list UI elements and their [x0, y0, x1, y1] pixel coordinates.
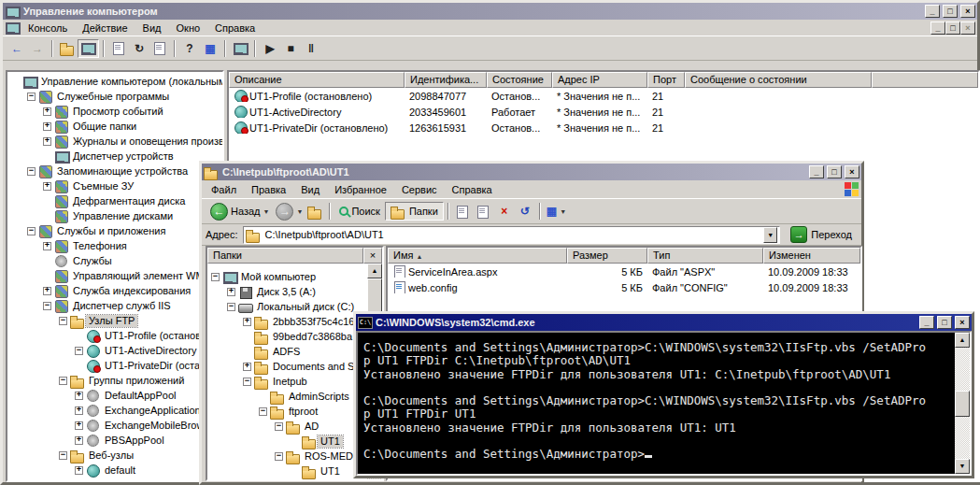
console-tree-item[interactable]: +Служба индексирования: [7, 283, 222, 298]
file-column-header[interactable]: Тип: [647, 248, 763, 264]
minus-expander-icon[interactable]: −: [75, 347, 83, 355]
console-tree-item[interactable]: +Просмотр событий: [7, 104, 222, 119]
explorer-tree-item[interactable]: −Мой компьютер: [207, 269, 382, 284]
console-tree-item[interactable]: +PBSAppPool: [7, 433, 222, 448]
menu-item[interactable]: Правка: [244, 183, 293, 196]
minus-expander-icon[interactable]: −: [43, 302, 51, 310]
properties-button[interactable]: [108, 39, 129, 58]
menu-item[interactable]: Сервис: [394, 183, 445, 196]
column-header[interactable]: Описание: [229, 72, 405, 88]
menu-item[interactable]: Справка: [445, 183, 500, 196]
console-tree-item[interactable]: Управление компьютером (локальным): [7, 74, 222, 89]
back-dropdown-icon[interactable]: ▼: [263, 208, 270, 215]
menu-item[interactable]: Вид: [135, 21, 169, 35]
plus-expander-icon[interactable]: +: [243, 363, 251, 371]
file-row[interactable]: ServiceInArea.aspx5 КБФайл "ASPX"10.09.2…: [388, 264, 860, 279]
console-tree-item[interactable]: +Телефония: [7, 238, 222, 253]
start-button[interactable]: ▶: [260, 39, 280, 58]
plus-expander-icon[interactable]: +: [43, 137, 51, 146]
stop-button[interactable]: ■: [280, 39, 301, 58]
cmd-title-bar[interactable]: C:\ C:\WINDOWS\system32\cmd.exe _ □ ×: [356, 314, 972, 331]
explorer-close-button[interactable]: ×: [845, 165, 859, 178]
menu-item[interactable]: Справка: [207, 21, 263, 35]
menu-item[interactable]: Избранное: [327, 183, 394, 196]
console-tree-item[interactable]: +DefaultAppPool: [7, 388, 222, 403]
file-row[interactable]: web.config5 КБФайл "CONFIG"10.09.2009 18…: [388, 279, 860, 295]
file-column-header[interactable]: Изменен: [763, 248, 860, 264]
ftp-site-row[interactable]: UT1-ActiveDirectory2033459601Работает* З…: [229, 104, 978, 120]
explorer-maximize-button[interactable]: □: [827, 165, 842, 178]
column-header[interactable]: Сообщение о состоянии: [685, 72, 872, 88]
console-tree-item[interactable]: UT1-Profile (остановл: [7, 328, 222, 343]
menu-item[interactable]: Консоль: [21, 21, 75, 35]
console-tree-item[interactable]: −Диспетчер служб IIS: [7, 298, 222, 313]
console-tree-item[interactable]: −Группы приложений: [7, 373, 222, 388]
menu-item[interactable]: Вид: [293, 183, 327, 196]
menu-item[interactable]: Действие: [75, 21, 135, 35]
plus-expander-icon[interactable]: +: [43, 242, 51, 250]
cmd-close-button[interactable]: ×: [955, 316, 970, 329]
cmd-scroll-up-icon[interactable]: ▲: [955, 333, 970, 348]
minus-expander-icon[interactable]: −: [27, 227, 36, 235]
show-hide-panel-button[interactable]: ▦: [200, 39, 220, 58]
console-tree-item[interactable]: −Служебные программы: [7, 89, 222, 104]
console-tree-item[interactable]: −Узлы FTP: [7, 313, 222, 328]
minus-expander-icon[interactable]: −: [243, 378, 251, 386]
minus-expander-icon[interactable]: −: [211, 273, 220, 281]
console-tree-item[interactable]: Службы: [7, 253, 222, 268]
console-tree-item[interactable]: Расширения веб-службы: [7, 478, 222, 482]
plus-expander-icon[interactable]: +: [75, 466, 83, 475]
cmd-console[interactable]: C:\Documents and Settings\Администратор>…: [356, 331, 972, 476]
minimize-button[interactable]: _: [925, 5, 940, 18]
undo-button[interactable]: ↺: [515, 202, 535, 221]
folders-button[interactable]: Папки: [385, 202, 444, 221]
plus-expander-icon[interactable]: +: [75, 436, 83, 445]
minus-expander-icon[interactable]: −: [259, 407, 267, 416]
minus-expander-icon[interactable]: −: [59, 451, 67, 460]
maximize-button[interactable]: □: [943, 5, 958, 18]
plus-expander-icon[interactable]: +: [43, 122, 51, 131]
cmd-scroll-thumb[interactable]: [955, 391, 970, 417]
folders-pane-close-icon[interactable]: ×: [363, 248, 382, 264]
file-column-header[interactable]: Имя ▲: [388, 248, 567, 264]
column-header[interactable]: Адрес IP: [552, 72, 647, 88]
cmd-scroll-down-icon[interactable]: ▼: [955, 459, 970, 474]
explorer-minimize-button[interactable]: _: [809, 165, 824, 178]
console-tree-item[interactable]: UT1-PrivateDir (остано: [7, 358, 222, 373]
console-tree-item[interactable]: Управляющий элемент WMI: [7, 268, 222, 283]
ftp-site-row[interactable]: UT1-PrivateDir (остановлено)1263615931Ос…: [229, 120, 978, 136]
minus-expander-icon[interactable]: −: [275, 452, 283, 461]
show-tree-button[interactable]: [78, 39, 99, 58]
title-bar[interactable]: Управление компьютером _ □ ×: [3, 3, 977, 20]
forward-button[interactable]: →: [27, 39, 48, 58]
minus-expander-icon[interactable]: −: [59, 317, 67, 325]
views-button[interactable]: ▦ ▼: [545, 202, 568, 221]
plus-expander-icon[interactable]: +: [243, 318, 251, 326]
plus-expander-icon[interactable]: +: [227, 288, 235, 296]
console-tree-item[interactable]: −Службы и приложения: [7, 223, 222, 238]
column-header[interactable]: Состояние: [487, 72, 552, 88]
pause-button[interactable]: ‖: [301, 39, 321, 58]
plus-expander-icon[interactable]: +: [75, 407, 83, 415]
close-button[interactable]: ×: [960, 5, 975, 18]
move-to-button[interactable]: [453, 202, 474, 221]
plus-expander-icon[interactable]: +: [43, 287, 51, 295]
copy-to-button[interactable]: [474, 202, 494, 221]
minus-expander-icon[interactable]: −: [227, 303, 235, 311]
console-tree-item[interactable]: Дефрагментация диска: [7, 193, 222, 208]
back-button[interactable]: ←: [7, 39, 27, 58]
back-button[interactable]: ← Назад ▼: [206, 202, 274, 221]
explorer-tree-item[interactable]: +Диск 3,5 (A:): [207, 284, 382, 299]
explorer-title-bar[interactable]: C:\Inetpub\ftproot\AD\UT1 _ □ ×: [202, 164, 861, 180]
mdi-minimize-button[interactable]: _: [930, 21, 945, 35]
menu-item[interactable]: Окно: [169, 21, 208, 35]
console-tree-item[interactable]: +Общие папки: [7, 119, 222, 134]
cmd-minimize-button[interactable]: _: [919, 316, 934, 329]
folders-scroll-up-icon[interactable]: ▲: [367, 264, 382, 278]
plus-expander-icon[interactable]: +: [75, 421, 83, 430]
console-tree-item[interactable]: +Журналы и оповещения производ: [7, 134, 222, 149]
up-folder-button[interactable]: [57, 39, 78, 58]
console-tree-item[interactable]: −Запоминающие устройства: [7, 164, 222, 178]
export-list-button[interactable]: [149, 39, 170, 58]
forward-button[interactable]: → ▼: [274, 202, 305, 221]
